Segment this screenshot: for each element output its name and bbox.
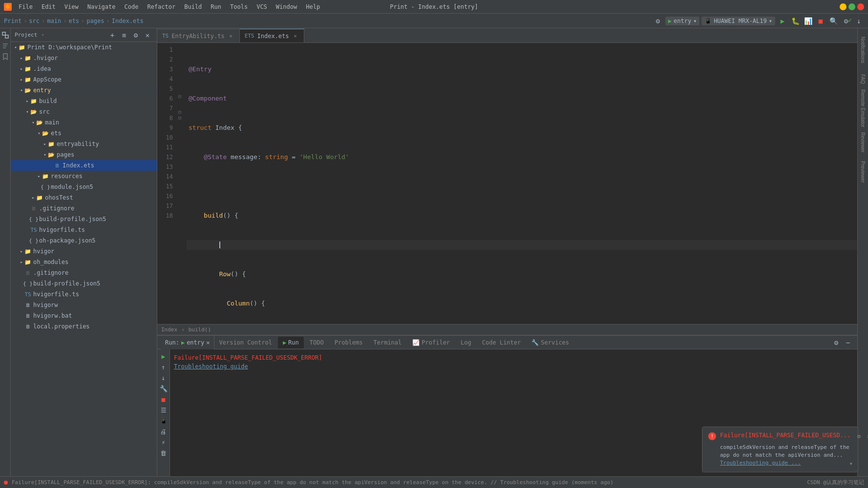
menu-code[interactable]: Code [121, 2, 143, 11]
tab-services[interactable]: 🔧 Services [527, 337, 574, 348]
project-icon[interactable] [0, 30, 10, 40]
tree-ohostest[interactable]: ▸ 📁 ohosTest [11, 192, 157, 203]
collapse-icon[interactable]: ≡ [119, 30, 129, 41]
tab-indexets[interactable]: ETS Index.ets ✕ [240, 29, 304, 42]
tree-hvigorw[interactable]: 🗎 hvigorw [11, 300, 157, 310]
remote-emulator-icon[interactable]: Remote Emulator [858, 89, 868, 128]
menu-tools[interactable]: Tools [226, 2, 252, 11]
tab-entryability[interactable]: TS EntryAbility.ts ✕ [157, 29, 240, 42]
tree-ets[interactable]: ▾ 📂 ets [11, 128, 157, 139]
tree-hvigorfile-ts[interactable]: TS hvigorfile.ts [11, 224, 157, 235]
faq-icon[interactable]: FAQ [858, 69, 868, 89]
breadcrumb-pages[interactable]: pages [86, 18, 104, 24]
tree-hvigorfile-root[interactable]: TS hvigorfile.ts [11, 289, 157, 300]
tree-gitignore-root[interactable]: 🗎 .gitignore [11, 267, 157, 278]
notif-settings-btn[interactable]: ⚙ [854, 432, 863, 441]
device-config[interactable]: 📱 HUAWEI MRX-AL19 ▾ [701, 17, 775, 25]
menu-help[interactable]: Help [302, 2, 324, 11]
fold-btn-6[interactable]: ⊟ [177, 94, 183, 100]
breadcrumb-ets[interactable]: ets [68, 18, 79, 24]
maximize-button[interactable] [848, 3, 855, 10]
search-button[interactable]: 🔍 [828, 16, 839, 26]
tree-hvigorw-bat[interactable]: 🗎 hvigorw.bat [11, 310, 157, 321]
menu-refactor[interactable]: Refactor [143, 2, 179, 11]
fold-btn-9[interactable]: ⊟ [177, 115, 183, 121]
reviewer-icon[interactable]: Reviewer [858, 128, 868, 157]
menu-edit[interactable]: Edit [38, 2, 60, 11]
menu-run[interactable]: Run [207, 2, 225, 11]
menu-view[interactable]: View [61, 2, 83, 11]
troubleshooting-link[interactable]: Troubleshooting guide [174, 362, 853, 371]
structure-icon[interactable] [0, 41, 10, 51]
delete-btn[interactable]: 🗑 [159, 448, 169, 458]
tree-print-root[interactable]: ▾ 📁 Print D:\workspace\Print [11, 42, 157, 53]
tree-ohpackage[interactable]: { } oh-package.json5 [11, 235, 157, 246]
code-editor[interactable]: 1 2 3 4 5 6 7 8 9 10 11 12 13 14 15 16 1 [157, 43, 857, 324]
scroll-up-btn[interactable]: ↑ [159, 362, 169, 372]
settings-icon[interactable]: ⚙ [653, 16, 663, 26]
breadcrumb-main[interactable]: main [47, 18, 61, 24]
run-button[interactable]: ▶ [777, 16, 788, 26]
close-sidebar-icon[interactable]: ✕ [142, 30, 153, 41]
run-close-icon[interactable]: ✕ [206, 339, 210, 346]
tab-profiler[interactable]: 📈 Profiler [407, 337, 455, 348]
tab-run[interactable]: ▶ Run [278, 337, 304, 348]
breadcrumb-file[interactable]: Index.ets [112, 18, 144, 24]
editor-breadcrumb-build[interactable]: build() [189, 326, 211, 333]
tree-appscope[interactable]: ▸ 📁 AppScope [11, 74, 157, 85]
tree-local-properties[interactable]: 🗎 local.properties [11, 321, 157, 332]
previewer-icon[interactable]: Previewer [858, 157, 868, 186]
new-file-icon[interactable]: + [107, 30, 118, 41]
tree-buildprofile-root[interactable]: { } build-profile.json5 [11, 278, 157, 289]
tree-build[interactable]: ▸ 📁 build [11, 96, 157, 106]
editor-breadcrumb-index[interactable]: Index [161, 326, 177, 333]
settings-icon2[interactable]: ⚙ [130, 30, 141, 41]
print-btn[interactable]: 🖨 [159, 427, 169, 436]
profile-button[interactable]: 📊 [803, 16, 813, 26]
tab-code-linter[interactable]: Code Linter [477, 337, 526, 348]
tree-src[interactable]: ▾ 📂 src [11, 106, 157, 117]
tree-main[interactable]: ▾ 📂 main [11, 117, 157, 128]
breadcrumb-print[interactable]: Print [4, 18, 21, 24]
menu-navigate[interactable]: Navigate [84, 2, 120, 11]
tree-modulejson[interactable]: { } module.json5 [11, 182, 157, 192]
tab-terminal[interactable]: Terminal [369, 337, 407, 348]
tree-entryability[interactable]: ▸ 📁 entryability [11, 139, 157, 149]
notif-expand-btn[interactable]: ▾ [849, 460, 853, 467]
tree-entry[interactable]: ▾ 📂 entry [11, 85, 157, 96]
tab-entryability-close[interactable]: ✕ [228, 33, 234, 40]
scroll-down-btn[interactable]: ↓ [159, 373, 169, 383]
menu-file[interactable]: File [15, 2, 37, 11]
tab-version-control[interactable]: Version Control [214, 337, 277, 348]
close-button[interactable] [857, 3, 864, 10]
tab-log[interactable]: Log [456, 337, 476, 348]
tab-indexets-close[interactable]: ✕ [292, 33, 299, 40]
list-btn[interactable]: ☰ [159, 405, 169, 415]
tree-pages[interactable]: ▾ 📂 pages [11, 149, 157, 160]
menu-vcs[interactable]: VCS [253, 2, 271, 11]
run-start-btn[interactable]: ▶ [159, 351, 169, 361]
stop-button[interactable]: ■ [815, 16, 826, 26]
run-config[interactable]: ▶ entry ▾ [665, 17, 700, 25]
stop-run-btn[interactable]: ■ [159, 394, 169, 404]
minimize-button[interactable] [840, 3, 847, 10]
device-btn[interactable]: 📱 [159, 416, 169, 426]
tree-indexets[interactable]: 🗎 Index.ets [11, 160, 157, 171]
bottom-settings-icon[interactable]: ⚙ [831, 337, 842, 348]
tree-buildprofile[interactable]: { } build-profile.json5 [11, 214, 157, 224]
bookmarks-icon[interactable] [0, 52, 10, 61]
wrench-btn[interactable]: 🔧 [159, 384, 169, 393]
tree-hvigor-root[interactable]: ▸ 📁 hvigor [11, 246, 157, 257]
debug-button[interactable]: 🐛 [790, 16, 801, 26]
notifications-icon[interactable]: Notifications [858, 30, 868, 69]
tree-oh-modules[interactable]: ▸ 📁 oh_modules [11, 257, 157, 267]
tree-resources[interactable]: ▸ 📁 resources [11, 171, 157, 182]
tree-idea[interactable]: ▸ 📁 .idea [11, 63, 157, 74]
notif-close-btn[interactable]: ✕ [864, 432, 868, 441]
action-btn[interactable]: ⚡ [159, 437, 169, 447]
tree-hvigor[interactable]: ▸ 📁 .hvigor [11, 53, 157, 63]
tree-gitignore-entry[interactable]: 🗎 .gitignore [11, 203, 157, 214]
notif-link[interactable]: Troubleshooting guide ... [720, 460, 801, 466]
code-content[interactable]: @Entry @Component struct Index { @State … [187, 43, 857, 324]
tab-todo[interactable]: TODO [305, 337, 329, 348]
